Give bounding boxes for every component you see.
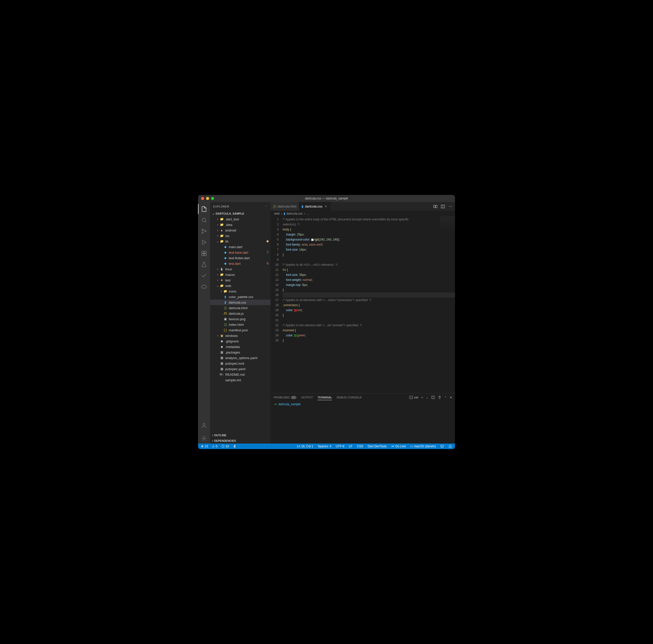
terminal-content[interactable]: ➜ dartcula_sample (271, 401, 455, 443)
status-errors[interactable]: ⊗ 13 (200, 444, 209, 448)
breadcrumb-part[interactable]: dartcula.css (286, 212, 303, 215)
breadcrumb-part[interactable]: web (274, 212, 280, 215)
file-item[interactable]: ▮color_palette.css (210, 294, 271, 300)
close-tab-icon[interactable]: ✕ (324, 205, 328, 208)
project-name: DARTCULA_SAMPLE (216, 212, 244, 215)
folder-item[interactable]: ›📁.dart_tool (210, 216, 271, 222)
file-item[interactable]: ◆.gitignore (210, 338, 271, 344)
editor-tab[interactable]: ◫dartcula.html (271, 202, 299, 211)
file-item[interactable]: ▦.packages (210, 349, 271, 355)
source-control-icon[interactable] (198, 226, 210, 236)
status-os[interactable]: ▭ macOS (darwin) (409, 444, 437, 448)
trash-icon[interactable] (438, 396, 441, 399)
svg-rect-5 (204, 251, 206, 253)
item-label: .dart_tool (225, 217, 269, 221)
terminal-tab[interactable]: TERMINAL (317, 395, 332, 400)
file-item[interactable]: ▣favicon.png (210, 316, 271, 322)
outline-header[interactable]: › OUTLINE (210, 433, 271, 438)
breadcrumb-part[interactable]: ... (307, 212, 309, 215)
dependencies-label: DEPENDENCIES (214, 439, 236, 442)
more-icon[interactable]: ⋯ (265, 205, 268, 208)
main-area: EXPLORER ⋯ ⌄ DARTCULA_SAMPLE ›📁.dart_too… (198, 202, 455, 443)
file-item[interactable]: ◫index.html (210, 322, 271, 327)
folder-icon: ▣ (220, 334, 224, 338)
folder-item[interactable]: ⌄📁web (210, 283, 271, 289)
minimize-button[interactable] (206, 197, 209, 200)
run-debug-icon[interactable] (198, 237, 210, 247)
status-golive[interactable]: Go Live (390, 444, 407, 448)
more-icon[interactable]: ⋯ (449, 204, 453, 209)
status-encoding[interactable]: UTF-8 (335, 444, 345, 448)
flutter-icon[interactable] (232, 444, 237, 448)
compare-icon[interactable] (433, 205, 437, 209)
folder-item[interactable]: ›▲android (210, 227, 271, 233)
file-item[interactable]: ◆.metadata (210, 344, 271, 349)
file-item[interactable]: M↓README.md (210, 372, 271, 377)
test-icon[interactable] (198, 259, 210, 270)
file-item[interactable]: ◆test-bare.dart7 (210, 250, 271, 255)
folder-item[interactable]: ⌄📁lib (210, 238, 271, 244)
file-item[interactable]: ▦pubspec.lock (210, 361, 271, 366)
chevron-up-icon[interactable]: ⌃ (444, 396, 447, 399)
status-info[interactable]: ⓘ 10 (220, 444, 230, 448)
folder-item[interactable]: ›📁.idea (210, 222, 271, 227)
item-label: web (225, 284, 269, 288)
file-item[interactable]: ▮dartcula.css (210, 300, 271, 305)
breadcrumb[interactable]: web › ▮dartcula.css › ... (271, 211, 455, 216)
code-content[interactable]: /* Applies to the entire body of the HTM… (283, 216, 455, 393)
file-icon: ▦ (220, 350, 224, 354)
close-button[interactable] (201, 197, 204, 200)
item-label: test (225, 278, 269, 282)
folder-item[interactable]: ›★test (210, 277, 271, 283)
split-terminal-icon[interactable] (431, 396, 435, 399)
editor-tab[interactable]: ▮dartcula.css✕ (299, 202, 331, 211)
settings-icon[interactable] (198, 434, 210, 443)
add-terminal-icon[interactable]: + (421, 396, 423, 399)
folder-item[interactable]: ›📁icons (210, 289, 271, 294)
minimap[interactable] (440, 216, 455, 242)
cloud-icon[interactable] (198, 282, 210, 292)
file-item[interactable]: ◆main.dart (210, 244, 271, 250)
shell-selector[interactable]: zsh (409, 396, 418, 399)
code-editor[interactable]: 1234567891011121314151617181920212223242… (271, 216, 455, 393)
folder-item[interactable]: ›🐧linux (210, 266, 271, 272)
project-header[interactable]: ⌄ DARTCULA_SAMPLE (210, 211, 271, 216)
svg-rect-11 (436, 205, 437, 208)
output-tab[interactable]: OUTPUT (301, 395, 313, 400)
status-devtools[interactable]: Dart DevTools (367, 444, 388, 448)
file-item[interactable]: sample.iml (210, 377, 271, 383)
extensions-icon[interactable] (198, 248, 210, 258)
explorer-icon[interactable] (198, 204, 210, 214)
folder-item[interactable]: ›📁ios (210, 233, 271, 238)
status-warnings[interactable]: ⚠ 0 (211, 444, 218, 448)
status-language[interactable]: CSS (356, 444, 364, 448)
status-cursor[interactable]: Ln 16, Col 1 (296, 444, 314, 448)
prompt-arrow: ➜ (274, 402, 276, 406)
maximize-button[interactable] (211, 197, 214, 200)
split-icon[interactable] (441, 205, 445, 209)
status-eol[interactable]: LF (348, 444, 354, 448)
file-item[interactable]: ◫dartcula.html (210, 305, 271, 310)
file-item[interactable]: { }manifest.json (210, 327, 271, 333)
file-item[interactable]: ◆test.dart6 (210, 261, 271, 266)
search-icon[interactable] (198, 215, 210, 225)
file-item[interactable]: ◆test-flutter.dart (210, 255, 271, 261)
dependencies-header[interactable]: › DEPENDENCIES (210, 438, 271, 443)
bell-icon[interactable] (448, 444, 453, 448)
chevron-down-icon[interactable]: ⌄ (426, 396, 428, 399)
account-icon[interactable] (198, 420, 210, 431)
editor-area: ◫dartcula.html▮dartcula.css✕ ⋯ web › ▮da… (271, 202, 455, 443)
problems-tab[interactable]: PROBLEMS23 (273, 395, 296, 400)
file-item[interactable]: ▦pubspec.yaml (210, 366, 271, 372)
debug-tab[interactable]: DEBUG CONSOLE (337, 395, 362, 400)
folder-item[interactable]: ›▣windows (210, 333, 271, 338)
feedback-icon[interactable] (439, 444, 445, 448)
close-panel-icon[interactable]: ✕ (450, 396, 452, 399)
titlebar[interactable]: dartcula.css — dartcula_sample (198, 195, 455, 202)
file-item[interactable]: JSdartcula.js (210, 310, 271, 316)
file-icon: ◫ (223, 306, 227, 310)
file-item[interactable]: ▦analysis_options.yaml (210, 355, 271, 361)
status-spaces[interactable]: Spaces: 4 (317, 444, 332, 448)
folder-item[interactable]: ›📁macos (210, 272, 271, 277)
check-icon[interactable] (198, 271, 210, 281)
